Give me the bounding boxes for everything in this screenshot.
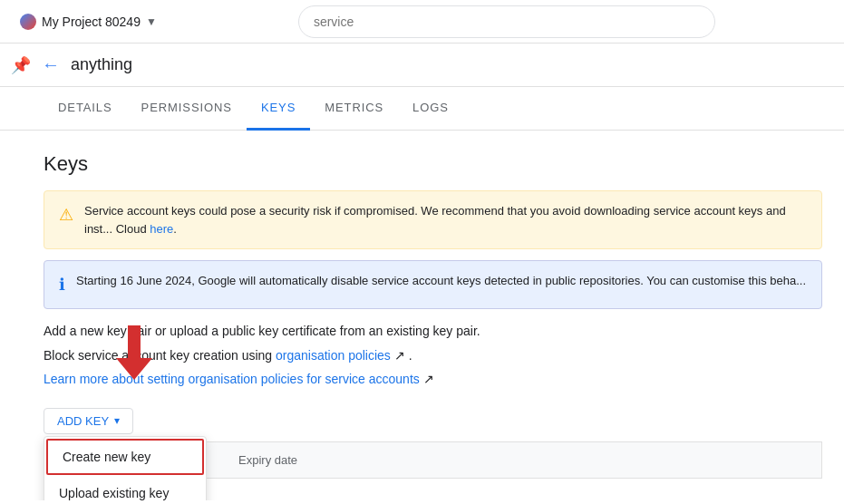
project-dropdown-icon: ▼ [146,15,157,28]
add-key-label: ADD KEY [57,414,109,428]
info-banner: ℹ Starting 16 June 2024, Google will aut… [44,260,822,309]
learn-more-ext-icon: ↗ [423,372,434,386]
add-key-button[interactable]: ADD KEY ▾ [44,408,133,434]
tab-logs[interactable]: LOGS [398,87,463,131]
add-key-dropdown-container: ADD KEY ▾ Create new key Upload existing… [44,393,133,434]
info-icon: ℹ [59,273,65,297]
expiry-date-header: Expiry date [238,453,297,467]
search-container [180,5,833,38]
policy-ext-icon: ↗ [394,348,405,363]
project-selector[interactable]: My Project 80249 ▼ [11,8,166,35]
project-name: My Project 80249 [42,15,141,29]
tabs-bar: DETAILS PERMISSIONS KEYS METRICS LOGS [0,87,844,131]
create-new-key-item[interactable]: Create new key [46,439,204,475]
back-button[interactable]: ← [42,54,60,75]
policy-text1: Block service account key creation using [44,348,272,363]
top-bar: My Project 80249 ▼ [0,0,844,44]
tab-metrics[interactable]: METRICS [310,87,398,131]
warning-banner: ⚠ Service account keys could pose a secu… [44,190,822,249]
organisation-policies-link[interactable]: organisation policies [276,348,391,363]
pin-icon: 📌 [11,55,31,75]
tab-keys[interactable]: KEYS [247,87,310,131]
policy-text2: . [409,348,412,363]
page-title: anything [71,55,132,74]
upload-existing-key-item[interactable]: Upload existing key [44,477,206,500]
project-icon [20,14,36,30]
warning-icon: ⚠ [59,203,73,228]
chevron-down-icon: ▾ [114,414,120,427]
policy-links: Block service account key creation using… [44,345,822,365]
tab-details[interactable]: DETAILS [44,87,127,131]
add-key-dropdown-menu: Create new key Upload existing key [44,436,207,500]
policy-links-2: Learn more about setting organisation po… [44,369,822,389]
learn-more-link[interactable]: Learn more about setting organisation po… [44,372,420,386]
second-bar: 📌 ← anything [0,44,844,87]
search-input[interactable] [298,5,715,38]
content-area: Keys ⚠ Service account keys could pose a… [0,131,844,500]
here-link[interactable]: here [150,222,173,236]
info-text: Starting 16 June 2024, Google will autom… [76,272,806,290]
body-text: Add a new key pair or upload a public ke… [44,324,822,338]
section-title: Keys [44,152,822,176]
tab-permissions[interactable]: PERMISSIONS [127,87,247,131]
warning-text: Service account keys could pose a securi… [84,202,807,237]
add-key-section: ADD KEY ▾ Create new key Upload existing… [44,393,822,434]
